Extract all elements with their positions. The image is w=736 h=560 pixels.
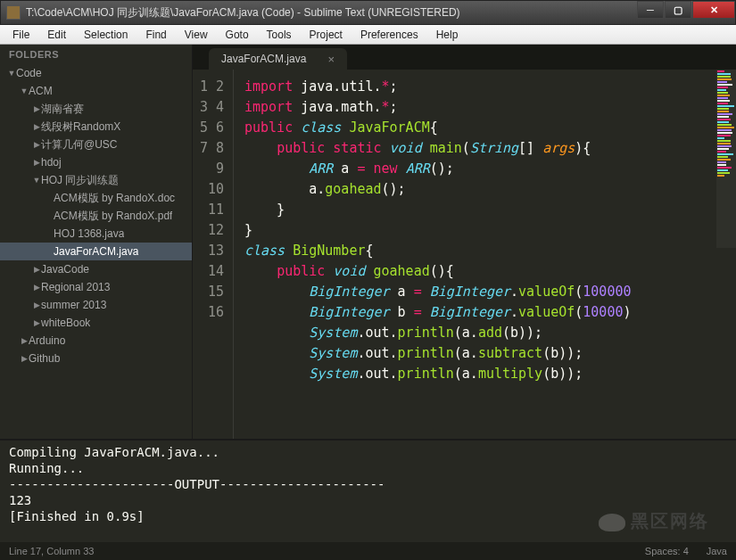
app-icon: [6, 5, 21, 20]
sidebar-header: FOLDERS: [0, 45, 192, 64]
code-editor[interactable]: import java.util.*;import java.math.*;pu…: [234, 70, 736, 439]
chevron-right-icon: ▶: [32, 301, 41, 309]
menu-item-edit[interactable]: Edit: [38, 27, 75, 43]
tree-folder[interactable]: ▶Regional 2013: [0, 278, 192, 296]
chevron-right-icon: ▶: [20, 336, 29, 345]
status-indent[interactable]: Spaces: 4: [645, 546, 689, 556]
tree-item-label: Github: [29, 352, 60, 365]
status-cursor-position[interactable]: Line 17, Column 33: [9, 546, 627, 556]
tree-item-label: hdoj: [41, 156, 62, 169]
editor-area: JavaForACM.java × 1 2 3 4 5 6 7 8 9 10 1…: [193, 45, 736, 439]
menu-item-help[interactable]: Help: [427, 27, 467, 43]
tree-item-label: whiteBook: [41, 317, 90, 329]
minimize-button[interactable]: ─: [637, 1, 664, 19]
window-titlebar: T:\Code\ACM\HOJ 同步训练题\JavaForACM.java (C…: [0, 0, 736, 25]
chevron-right-icon: ▶: [32, 140, 41, 149]
tree-folder[interactable]: ▶hdoj: [0, 153, 192, 171]
tree-item-label: 计算几何@USC: [41, 137, 118, 152]
tree-folder[interactable]: ▼Code: [0, 64, 192, 82]
tree-item-label: ACM模版 by RandoX.pdf: [54, 209, 172, 224]
tab-bar: JavaForACM.java ×: [193, 45, 736, 70]
tree-item-label: ACM模版 by RandoX.doc: [54, 191, 175, 206]
menu-item-project[interactable]: Project: [301, 27, 351, 43]
tree-folder[interactable]: ▶Arduino: [0, 332, 192, 350]
sidebar: FOLDERS ▼Code▼ACM▶湖南省赛▶线段树RandomX▶计算几何@U…: [0, 45, 193, 439]
folder-tree: ▼Code▼ACM▶湖南省赛▶线段树RandomX▶计算几何@USC▶hdoj▼…: [0, 64, 192, 367]
chevron-right-icon: ▶: [32, 104, 41, 113]
tree-folder[interactable]: ▶whiteBook: [0, 314, 192, 332]
tab-active[interactable]: JavaForACM.java ×: [209, 48, 347, 70]
menu-item-goto[interactable]: Goto: [217, 27, 258, 43]
menu-item-tools[interactable]: Tools: [258, 27, 301, 43]
build-output-panel: Compiling JavaForACM.java... Running... …: [0, 439, 736, 542]
tree-item-label: 湖南省赛: [41, 102, 84, 117]
chevron-right-icon: ▶: [32, 265, 41, 274]
chevron-right-icon: ▶: [32, 283, 41, 292]
tree-item-label: ACM: [29, 85, 53, 97]
tree-folder[interactable]: ▶summer 2013: [0, 296, 192, 314]
tree-item-label: summer 2013: [41, 299, 106, 311]
menu-item-view[interactable]: View: [176, 27, 217, 43]
maximize-button[interactable]: ▢: [665, 1, 691, 19]
menu-item-selection[interactable]: Selection: [75, 27, 136, 43]
chevron-down-icon: ▼: [32, 176, 41, 185]
tab-close-icon[interactable]: ×: [327, 53, 335, 66]
tab-label: JavaForACM.java: [221, 53, 306, 65]
chevron-right-icon: ▶: [32, 122, 41, 131]
menu-bar: FileEditSelectionFindViewGotoToolsProjec…: [0, 25, 736, 45]
tree-item-label: Arduino: [29, 334, 65, 347]
tree-item-label: HOJ 1368.java: [54, 227, 124, 240]
window-controls: ─ ▢ ✕: [636, 1, 735, 19]
status-language[interactable]: Java: [707, 546, 727, 556]
line-gutter: 1 2 3 4 5 6 7 8 9 10 11 12 13 14 15 16: [193, 70, 234, 439]
tree-file[interactable]: HOJ 1368.java: [0, 225, 192, 243]
tree-file[interactable]: JavaForACM.java: [0, 243, 192, 260]
tree-item-label: Code: [16, 67, 42, 79]
tree-folder[interactable]: ▶JavaCode: [0, 260, 192, 278]
tree-folder[interactable]: ▼HOJ 同步训练题: [0, 171, 192, 189]
close-button[interactable]: ✕: [692, 1, 735, 19]
tree-folder[interactable]: ▶湖南省赛: [0, 100, 192, 118]
menu-item-find[interactable]: Find: [136, 27, 175, 43]
tree-item-label: 线段树RandomX: [41, 119, 120, 135]
window-title: T:\Code\ACM\HOJ 同步训练题\JavaForACM.java (C…: [26, 5, 636, 21]
menu-item-file[interactable]: File: [4, 27, 38, 43]
tree-folder[interactable]: ▶线段树RandomX: [0, 118, 192, 136]
status-bar: Line 17, Column 33 Spaces: 4 Java: [0, 542, 736, 560]
menu-item-preferences[interactable]: Preferences: [351, 27, 427, 43]
tree-file[interactable]: ACM模版 by RandoX.doc: [0, 189, 192, 207]
chevron-right-icon: ▶: [32, 158, 41, 167]
code-container: 1 2 3 4 5 6 7 8 9 10 11 12 13 14 15 16 i…: [193, 70, 736, 439]
tree-file[interactable]: ACM模版 by RandoX.pdf: [0, 207, 192, 225]
tree-item-label: Regional 2013: [41, 281, 110, 293]
tree-item-label: JavaCode: [41, 263, 89, 276]
main-area: FOLDERS ▼Code▼ACM▶湖南省赛▶线段树RandomX▶计算几何@U…: [0, 45, 736, 439]
chevron-right-icon: ▶: [32, 318, 41, 327]
tree-folder[interactable]: ▼ACM: [0, 82, 192, 100]
chevron-down-icon: ▼: [20, 86, 29, 95]
tree-item-label: HOJ 同步训练题: [41, 173, 119, 188]
chevron-right-icon: ▶: [20, 354, 29, 363]
tree-item-label: JavaForACM.java: [54, 245, 138, 258]
tree-folder[interactable]: ▶计算几何@USC: [0, 136, 192, 153]
chevron-down-icon: ▼: [7, 69, 16, 78]
minimap[interactable]: [716, 70, 736, 248]
tree-folder[interactable]: ▶Github: [0, 350, 192, 367]
